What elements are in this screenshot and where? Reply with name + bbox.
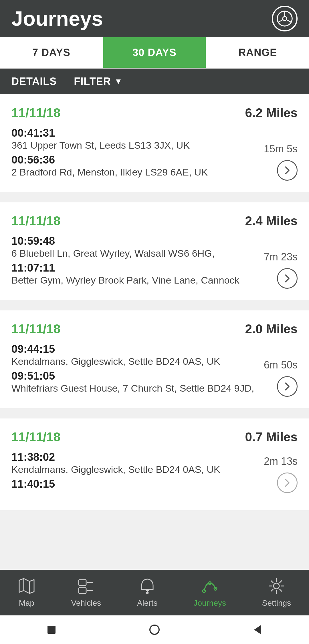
svg-point-1 — [283, 17, 287, 21]
nav-label-journeys: Journeys — [193, 599, 226, 608]
journey-duration: 15m 5s — [264, 143, 298, 155]
nav-label-settings: Settings — [262, 599, 291, 608]
journey-list: 11/11/18 6.2 Miles 00:41:31 361 Upper To… — [0, 94, 309, 590]
nav-item-map[interactable]: Map — [18, 577, 35, 608]
journey-card: 11/11/18 0.7 Miles 11:38:02 Kendalmans, … — [0, 418, 309, 510]
journey-detail-button[interactable] — [277, 376, 298, 397]
journey-end-time: 00:56:36 — [11, 154, 258, 166]
nav-label-alerts: Alerts — [137, 599, 158, 608]
map-icon — [18, 577, 35, 596]
journey-duration: 7m 23s — [264, 251, 298, 263]
journey-routes: 10:59:48 6 Bluebell Ln, Great Wyrley, Wa… — [11, 235, 258, 289]
details-label: DETAILS — [11, 75, 57, 87]
svg-marker-21 — [254, 625, 261, 634]
svg-rect-19 — [47, 626, 56, 634]
journey-meta: 15m 5s — [264, 143, 298, 181]
journey-start-address: Kendalmans, Giggleswick, Settle BD24 0AS… — [11, 356, 258, 367]
journey-miles: 0.7 Miles — [245, 430, 298, 444]
nav-label-vehicles: Vehicles — [71, 599, 101, 608]
journey-miles: 2.4 Miles — [245, 214, 298, 228]
journey-start-time: 10:59:48 — [11, 235, 258, 247]
journey-card: 11/11/18 2.4 Miles 10:59:48 6 Bluebell L… — [0, 202, 309, 300]
journey-date: 11/11/18 — [11, 214, 60, 228]
android-back-button[interactable] — [251, 623, 264, 637]
journey-routes: 11:38:02 Kendalmans, Giggleswick, Settle… — [11, 451, 258, 493]
journey-end-time: 09:51:05 — [11, 370, 258, 382]
android-home-button[interactable] — [148, 623, 161, 637]
page-title: Journeys — [11, 7, 103, 30]
svg-line-4 — [287, 20, 292, 22]
svg-point-20 — [150, 625, 159, 634]
bottom-navigation: Map Vehicles Alerts — [0, 570, 309, 615]
journey-start-time: 11:38:02 — [11, 451, 258, 463]
filter-bar: DETAILS FILTER ▼ — [0, 69, 309, 94]
journey-date: 11/11/18 — [11, 322, 60, 336]
tab-7days[interactable]: 7 DAYS — [0, 37, 103, 68]
journey-start-time: 00:41:31 — [11, 127, 258, 139]
journey-card: 11/11/18 6.2 Miles 00:41:31 361 Upper To… — [0, 94, 309, 192]
journey-card: 11/11/18 2.0 Miles 09:44:15 Kendalmans, … — [0, 310, 309, 408]
journey-start-address: Kendalmans, Giggleswick, Settle BD24 0AS… — [11, 464, 258, 475]
journey-duration: 2m 13s — [264, 455, 298, 467]
journey-duration: 6m 50s — [264, 359, 298, 371]
nav-item-vehicles[interactable]: Vehicles — [71, 577, 101, 608]
chevron-down-icon: ▼ — [114, 77, 122, 86]
journey-detail-button[interactable] — [277, 268, 298, 289]
journey-end-address: 2 Bradford Rd, Menston, Ilkley LS29 6AE,… — [11, 167, 258, 178]
vehicles-icon — [78, 577, 95, 596]
nav-item-settings[interactable]: Settings — [262, 577, 291, 608]
journey-meta: 7m 23s — [264, 251, 298, 289]
settings-icon — [268, 577, 285, 596]
alerts-icon — [139, 577, 156, 596]
journeys-icon — [201, 577, 218, 596]
tab-30days[interactable]: 30 DAYS — [103, 37, 207, 68]
tabs-bar: 7 DAYS 30 DAYS RANGE — [0, 37, 309, 69]
svg-point-14 — [146, 592, 148, 594]
android-square-button[interactable] — [45, 623, 58, 637]
journey-start-address: 361 Upper Town St, Leeds LS13 3JX, UK — [11, 140, 258, 151]
filter-button[interactable]: FILTER ▼ — [74, 75, 122, 87]
android-navigation-bar — [0, 615, 309, 644]
journey-start-time: 09:44:15 — [11, 343, 258, 355]
journey-meta: 6m 50s — [264, 359, 298, 397]
journey-routes: 00:41:31 361 Upper Town St, Leeds LS13 3… — [11, 127, 258, 181]
journey-start-address: 6 Bluebell Ln, Great Wyrley, Walsall WS6… — [11, 248, 258, 259]
nav-item-alerts[interactable]: Alerts — [137, 577, 158, 608]
header: Journeys — [0, 0, 309, 37]
journey-date: 11/11/18 — [11, 430, 60, 444]
filter-btn-label: FILTER — [74, 75, 111, 87]
journey-end-address: Whitefriars Guest House, 7 Church St, Se… — [11, 383, 258, 394]
journey-end-time: 11:40:15 — [11, 478, 258, 490]
nav-label-map: Map — [19, 599, 34, 608]
svg-point-18 — [274, 583, 279, 589]
journey-routes: 09:44:15 Kendalmans, Giggleswick, Settle… — [11, 343, 258, 397]
journey-detail-button[interactable] — [277, 160, 298, 181]
journey-miles: 6.2 Miles — [245, 106, 298, 120]
svg-line-3 — [278, 20, 283, 22]
steering-wheel-icon — [272, 6, 298, 31]
journey-detail-button[interactable] — [277, 472, 298, 493]
svg-marker-5 — [19, 579, 34, 593]
journey-date: 11/11/18 — [11, 106, 60, 120]
svg-rect-8 — [79, 580, 86, 585]
svg-rect-10 — [79, 588, 86, 593]
nav-item-journeys[interactable]: Journeys — [193, 577, 226, 608]
journey-miles: 2.0 Miles — [245, 322, 298, 336]
journey-meta: 2m 13s — [264, 455, 298, 493]
tab-range[interactable]: RANGE — [206, 37, 309, 68]
journey-end-address: Better Gym, Wyrley Brook Park, Vine Lane… — [11, 275, 258, 286]
journey-end-time: 11:07:11 — [11, 262, 258, 274]
